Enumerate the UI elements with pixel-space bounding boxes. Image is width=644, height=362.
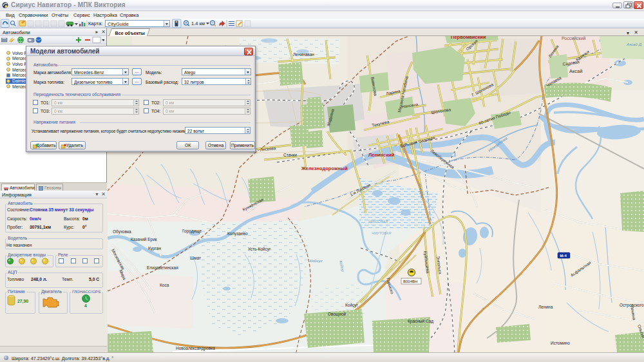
- svg-text:ЧМУТОВАЯ: ЧМУТОВАЯ: [368, 220, 388, 224]
- svg-text:Аксай: Аксай: [569, 68, 582, 74]
- svg-text:Аксай Д.: Аксай Д.: [626, 42, 643, 46]
- svg-text:Казачий Ерик: Казачий Ерик: [131, 237, 157, 242]
- svg-text:Ленина: Ленина: [538, 305, 553, 309]
- svg-text:Курган: Курган: [148, 246, 161, 251]
- svg-text:Ленинский: Ленинский: [368, 152, 395, 158]
- svg-text:Колузаево: Колузаево: [227, 231, 248, 236]
- svg-text:Первомайский: Первомайский: [451, 36, 486, 40]
- svg-text:Обуховка: Обуховка: [113, 229, 131, 234]
- svg-text:Железнодорожный: Железнодорожный: [301, 166, 348, 171]
- svg-text:Овощной: Овощной: [328, 312, 346, 317]
- svg-text:Койсуг: Койсуг: [345, 303, 359, 308]
- svg-text:Коса: Коса: [160, 283, 169, 287]
- svg-text:Красный Сад: Красный Сад: [408, 319, 433, 324]
- svg-text:Шмат: Шмат: [190, 256, 201, 260]
- svg-text:Усть-Койсуг: Усть-Койсуг: [248, 247, 271, 252]
- svg-text:Ленинаван: Ленинаван: [293, 52, 314, 57]
- svg-text:Стачки: Стачки: [283, 153, 297, 157]
- svg-text:Истомино: Истомино: [551, 341, 570, 345]
- svg-text:Городище: Городище: [182, 229, 202, 234]
- svg-text:Койсуг: Койсуг: [310, 258, 323, 263]
- svg-text:Елизаветинская: Елизаветинская: [147, 265, 178, 270]
- svg-text:М-4: М-4: [560, 254, 567, 258]
- svg-text:Российский: Российский: [562, 36, 586, 41]
- svg-text:В004ВН: В004ВН: [403, 280, 417, 283]
- svg-text:ЧМУТОВАЯ: ЧМУТОВАЯ: [372, 231, 391, 235]
- svg-text:Новоалександровка: Новоалександровка: [176, 346, 215, 351]
